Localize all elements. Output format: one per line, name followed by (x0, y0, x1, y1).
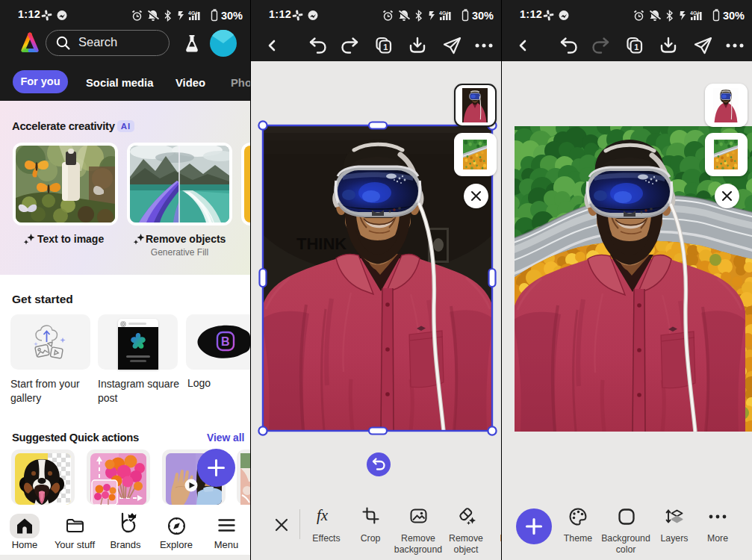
svg-text:B: B (221, 335, 230, 348)
svg-text:1: 1 (383, 43, 388, 52)
svg-text:1: 1 (634, 43, 638, 52)
